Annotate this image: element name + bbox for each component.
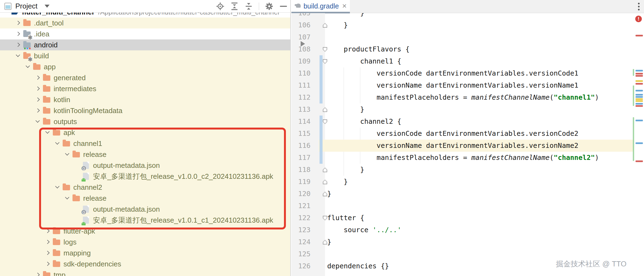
code-line[interactable]: 110 versionCode dartEnvironmentVariables… [291, 67, 644, 79]
code-segment: ) [595, 93, 599, 101]
tree-chevron-icon[interactable] [34, 74, 41, 81]
tree-chevron-icon[interactable] [34, 96, 41, 103]
code-line[interactable]: 105 } [291, 13, 644, 19]
chevron-down-icon[interactable] [45, 5, 50, 8]
line-number: 122 [291, 212, 311, 224]
tree-item-label: flutter-apk [63, 227, 95, 235]
project-view-title[interactable]: Project [15, 2, 37, 10]
tree-chevron-icon[interactable] [34, 272, 41, 276]
fold-marker-icon[interactable] [323, 216, 327, 220]
tree-chevron-icon[interactable] [64, 151, 71, 158]
tree-row[interactable]: 安卓_多渠道打包_release_v1.0.1_c1_202410231136.… [0, 215, 290, 226]
gutter-run-marker-icon[interactable] [301, 41, 305, 47]
tree-chevron-icon[interactable] [54, 140, 61, 147]
code-line[interactable]: 121 [291, 200, 644, 212]
tree-chevron-icon[interactable] [44, 250, 51, 256]
tree-row[interactable]: 安卓_多渠道打包_release_v1.0.0_c2_202410231136.… [0, 171, 290, 182]
tree-row[interactable]: channel1 [0, 138, 290, 149]
code-segment: versionName dartEnvironmentVariables.ver… [327, 81, 578, 89]
tree-row[interactable]: sdk-dependencies [0, 258, 290, 269]
code-line[interactable]: 108 productFlavors { [291, 43, 644, 55]
tree-row[interactable]: tmp [0, 269, 290, 276]
tree-chevron-icon[interactable] [15, 31, 21, 37]
tree-row[interactable]: {} output-metadata.json [0, 204, 290, 215]
tree-chevron-icon[interactable] [44, 129, 51, 136]
code-line[interactable]: 106 } [291, 19, 644, 31]
fold-marker-icon[interactable] [323, 180, 327, 184]
fold-marker-icon[interactable] [323, 168, 327, 172]
fold-marker-icon[interactable] [323, 119, 327, 124]
tree-chevron-icon[interactable] [54, 184, 61, 191]
code-line[interactable]: 125 [291, 248, 644, 260]
change-marker [320, 67, 323, 79]
code-segment: } [327, 105, 364, 113]
tab-options-kebab-icon[interactable] [638, 3, 640, 4]
code-segment: ( [550, 154, 554, 162]
fold-marker-icon[interactable] [323, 47, 327, 52]
tree-row[interactable]: kotlinToolingMetadata [0, 105, 290, 116]
tree-row[interactable]: mapping [0, 248, 290, 258]
tree-chevron-icon[interactable] [34, 107, 41, 114]
tree-chevron-icon[interactable] [15, 20, 21, 26]
code-line[interactable]: 124 } [291, 236, 644, 248]
locate-file-button[interactable] [216, 2, 224, 10]
code-line[interactable]: 118 } [291, 164, 644, 176]
tree-row[interactable]: {} output-metadata.json [0, 160, 290, 171]
code-line[interactable]: 116 versionName dartEnvironmentVariables… [291, 140, 644, 152]
stripe-mark-red [636, 105, 643, 107]
tree-row[interactable]: intermediates [0, 83, 290, 94]
tree-row[interactable]: .dart_tool [0, 18, 290, 28]
tree-row[interactable]: ✱ build [0, 50, 290, 61]
error-stripe[interactable]: ! [632, 13, 644, 276]
expand-all-button[interactable] [230, 2, 239, 10]
tree-chevron-icon[interactable] [15, 42, 21, 48]
code-line[interactable]: 120 } [291, 188, 644, 200]
fold-marker-icon[interactable] [323, 240, 327, 245]
tree-row[interactable]: release [0, 193, 290, 204]
tree-row[interactable]: outputs [0, 116, 290, 127]
tree-row[interactable]: apk [0, 127, 290, 138]
fold-marker-icon[interactable] [323, 59, 327, 64]
tree-row[interactable]: channel2 [0, 182, 290, 193]
code-line[interactable]: 119 } [291, 176, 644, 188]
code-line[interactable]: 113 } [291, 104, 644, 116]
tree-item-label: intermediates [54, 85, 96, 93]
code-line[interactable]: 114 channel2 { [291, 116, 644, 128]
tree-chevron-icon[interactable] [25, 64, 31, 70]
tree-chevron-icon[interactable] [44, 228, 51, 234]
settings-gear-icon[interactable] [265, 2, 273, 10]
fold-marker-icon[interactable] [323, 23, 327, 28]
tab-close-icon[interactable]: × [342, 3, 347, 9]
code-line[interactable]: 109 channel1 { [291, 55, 644, 67]
code-line[interactable]: 115 versionCode dartEnvironmentVariables… [291, 128, 644, 140]
tree-row[interactable]: logs [0, 237, 290, 248]
tree-row[interactable]: generated [0, 72, 290, 83]
tree-row[interactable]: flutter-apk [0, 226, 290, 237]
tree-row[interactable]: release [0, 149, 290, 160]
tree-chevron-icon[interactable] [44, 261, 51, 267]
code-line[interactable]: 122 flutter { [291, 212, 644, 224]
tree-row[interactable]: android [0, 39, 290, 50]
tree-chevron-icon[interactable] [34, 118, 41, 125]
fold-marker-icon[interactable] [323, 192, 327, 196]
tree-chevron-icon[interactable] [64, 195, 71, 202]
tree-chevron-icon [74, 162, 80, 169]
code-line[interactable]: 112 manifestPlaceholders = manifestChann… [291, 91, 644, 104]
tree-chevron-icon[interactable] [44, 239, 51, 245]
tree-chevron-icon[interactable] [34, 85, 41, 92]
code-line[interactable]: 117 manifestPlaceholders = manifestChann… [291, 152, 644, 164]
tree-chevron-icon[interactable] [15, 53, 21, 59]
tab-build-gradle[interactable]: build.gradle × [291, 0, 350, 12]
hide-panel-button[interactable] [279, 2, 288, 10]
code-line[interactable]: 107 [291, 31, 644, 43]
error-indicator-icon[interactable]: ! [635, 16, 642, 22]
code-line[interactable]: 111 versionName dartEnvironmentVariables… [291, 79, 644, 91]
tree-row-project-root[interactable]: flutter_multi_channel /Applications/proj… [0, 13, 290, 18]
code-line[interactable]: 123 source '../..' [291, 224, 644, 236]
tree-row[interactable]: app [0, 61, 290, 72]
collapse-all-button[interactable] [245, 2, 253, 10]
fold-marker-icon[interactable] [323, 107, 327, 112]
tree-row[interactable]: kotlin [0, 94, 290, 105]
editor-body[interactable]: 105 } 106 } 107 108 productFlavors { 109… [291, 13, 644, 276]
tree-row[interactable]: ✱ .idea [0, 28, 290, 39]
